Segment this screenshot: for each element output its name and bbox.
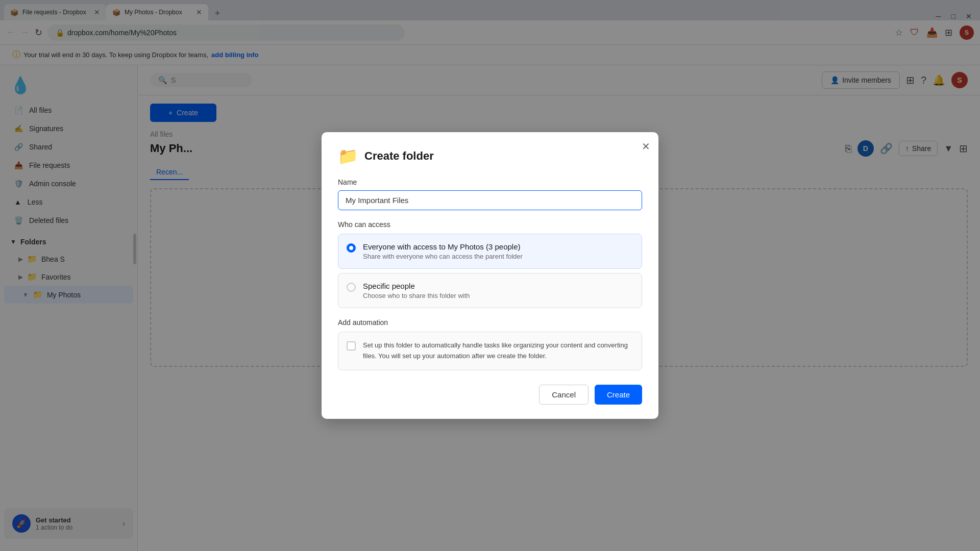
option-everyone[interactable]: Everyone with access to My Photos (3 peo… bbox=[338, 234, 642, 269]
modal-overlay[interactable]: 📁 Create folder ✕ Name Who can access Ev… bbox=[0, 0, 980, 551]
name-label: Name bbox=[338, 178, 642, 186]
who-can-access-label: Who can access bbox=[338, 220, 642, 229]
automation-section: Add automation Set up this folder to aut… bbox=[338, 318, 642, 370]
modal-title: Create folder bbox=[364, 149, 434, 163]
radio-specific[interactable] bbox=[347, 283, 356, 292]
option-specific-text: Specific people Choose who to share this… bbox=[363, 282, 470, 299]
option-specific-sublabel: Choose who to share this folder with bbox=[363, 292, 470, 299]
create-folder-modal: 📁 Create folder ✕ Name Who can access Ev… bbox=[322, 132, 658, 419]
modal-folder-icon: 📁 bbox=[338, 146, 358, 166]
option-everyone-label: Everyone with access to My Photos (3 peo… bbox=[363, 242, 523, 251]
modal-footer: Cancel Create bbox=[338, 385, 642, 405]
radio-everyone[interactable] bbox=[347, 243, 356, 253]
automation-option: Set up this folder to automatically hand… bbox=[338, 332, 642, 370]
name-field-group: Name bbox=[338, 178, 642, 210]
automation-label: Add automation bbox=[338, 318, 642, 327]
cancel-button[interactable]: Cancel bbox=[539, 385, 589, 405]
radio-inner-everyone bbox=[349, 246, 353, 250]
who-can-access-section: Who can access Everyone with access to M… bbox=[338, 220, 642, 308]
folder-name-input[interactable] bbox=[338, 190, 642, 210]
create-folder-button[interactable]: Create bbox=[595, 385, 642, 405]
option-everyone-sublabel: Share with everyone who can access the p… bbox=[363, 253, 523, 260]
option-specific-label: Specific people bbox=[363, 282, 470, 290]
modal-close-button[interactable]: ✕ bbox=[642, 140, 650, 153]
option-everyone-text: Everyone with access to My Photos (3 peo… bbox=[363, 242, 523, 260]
option-specific[interactable]: Specific people Choose who to share this… bbox=[338, 273, 642, 308]
modal-header: 📁 Create folder bbox=[338, 146, 642, 166]
automation-checkbox[interactable] bbox=[347, 341, 356, 350]
automation-text: Set up this folder to automatically hand… bbox=[363, 340, 633, 362]
